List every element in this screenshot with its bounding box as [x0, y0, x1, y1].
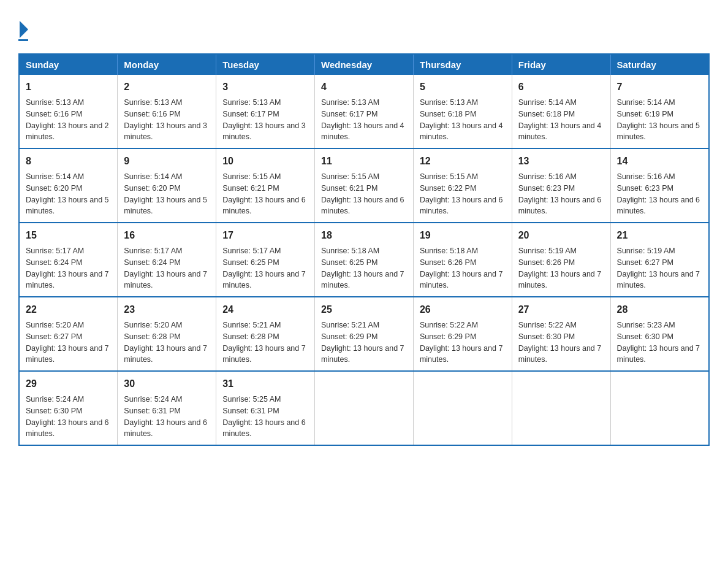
day-number: 27 — [518, 302, 604, 317]
day-info: Sunrise: 5:13 AMSunset: 6:16 PMDaylight:… — [26, 98, 109, 141]
day-info: Sunrise: 5:20 AMSunset: 6:27 PMDaylight:… — [26, 321, 109, 364]
day-cell: 3 Sunrise: 5:13 AMSunset: 6:17 PMDayligh… — [216, 75, 315, 148]
day-number: 6 — [518, 80, 604, 94]
day-cell: 14 Sunrise: 5:16 AMSunset: 6:23 PMDaylig… — [610, 148, 709, 223]
day-cell — [610, 371, 709, 445]
day-number: 15 — [26, 228, 111, 243]
day-cell: 7 Sunrise: 5:14 AMSunset: 6:19 PMDayligh… — [610, 75, 709, 148]
day-info: Sunrise: 5:14 AMSunset: 6:19 PMDaylight:… — [617, 98, 700, 141]
day-info: Sunrise: 5:22 AMSunset: 6:29 PMDaylight:… — [420, 321, 503, 364]
day-cell: 20 Sunrise: 5:19 AMSunset: 6:26 PMDaylig… — [512, 223, 610, 297]
day-info: Sunrise: 5:16 AMSunset: 6:23 PMDaylight:… — [617, 172, 700, 215]
day-cell — [315, 371, 414, 445]
day-info: Sunrise: 5:13 AMSunset: 6:18 PMDaylight:… — [420, 98, 503, 141]
day-info: Sunrise: 5:21 AMSunset: 6:29 PMDaylight:… — [321, 321, 404, 364]
day-cell: 17 Sunrise: 5:17 AMSunset: 6:25 PMDaylig… — [216, 223, 315, 297]
day-number: 21 — [617, 228, 702, 243]
day-number: 12 — [420, 154, 506, 169]
day-cell: 8 Sunrise: 5:14 AMSunset: 6:20 PMDayligh… — [19, 148, 118, 223]
day-number: 30 — [124, 377, 210, 391]
logo-triangle-icon — [20, 21, 28, 38]
day-cell: 28 Sunrise: 5:23 AMSunset: 6:30 PMDaylig… — [610, 297, 709, 371]
day-number: 17 — [222, 228, 308, 243]
day-number: 13 — [518, 154, 604, 169]
day-cell: 2 Sunrise: 5:13 AMSunset: 6:16 PMDayligh… — [118, 75, 216, 148]
day-info: Sunrise: 5:15 AMSunset: 6:21 PMDaylight:… — [222, 172, 306, 215]
day-cell: 4 Sunrise: 5:13 AMSunset: 6:17 PMDayligh… — [315, 75, 414, 148]
day-cell: 26 Sunrise: 5:22 AMSunset: 6:29 PMDaylig… — [413, 297, 512, 371]
week-row-4: 22 Sunrise: 5:20 AMSunset: 6:27 PMDaylig… — [19, 297, 709, 371]
day-info: Sunrise: 5:19 AMSunset: 6:26 PMDaylight:… — [518, 247, 602, 289]
day-info: Sunrise: 5:13 AMSunset: 6:17 PMDaylight:… — [321, 98, 404, 141]
day-info: Sunrise: 5:23 AMSunset: 6:30 PMDaylight:… — [617, 321, 700, 364]
day-cell: 15 Sunrise: 5:17 AMSunset: 6:24 PMDaylig… — [19, 223, 118, 297]
day-info: Sunrise: 5:18 AMSunset: 6:25 PMDaylight:… — [321, 247, 404, 289]
day-number: 22 — [26, 302, 111, 317]
day-header-monday: Monday — [118, 54, 216, 75]
calendar-table: SundayMondayTuesdayWednesdayThursdayFrid… — [18, 53, 710, 446]
week-row-1: 1 Sunrise: 5:13 AMSunset: 6:16 PMDayligh… — [19, 75, 709, 148]
day-number: 24 — [222, 302, 308, 317]
day-number: 14 — [617, 154, 702, 169]
day-info: Sunrise: 5:25 AMSunset: 6:31 PMDaylight:… — [222, 395, 306, 438]
day-cell: 30 Sunrise: 5:24 AMSunset: 6:31 PMDaylig… — [118, 371, 216, 445]
day-cell: 10 Sunrise: 5:15 AMSunset: 6:21 PMDaylig… — [216, 148, 315, 223]
day-number: 26 — [420, 302, 506, 317]
day-info: Sunrise: 5:15 AMSunset: 6:21 PMDaylight:… — [321, 172, 404, 215]
day-cell: 5 Sunrise: 5:13 AMSunset: 6:18 PMDayligh… — [413, 75, 512, 148]
day-number: 3 — [222, 80, 308, 94]
day-number: 5 — [420, 80, 506, 94]
day-cell: 25 Sunrise: 5:21 AMSunset: 6:29 PMDaylig… — [315, 297, 414, 371]
day-cell: 31 Sunrise: 5:25 AMSunset: 6:31 PMDaylig… — [216, 371, 315, 445]
day-header-wednesday: Wednesday — [315, 54, 414, 75]
day-number: 28 — [617, 302, 702, 317]
day-header-saturday: Saturday — [610, 54, 709, 75]
logo — [18, 18, 28, 41]
logo-underline — [18, 39, 28, 41]
day-cell: 27 Sunrise: 5:22 AMSunset: 6:30 PMDaylig… — [512, 297, 610, 371]
day-info: Sunrise: 5:21 AMSunset: 6:28 PMDaylight:… — [222, 321, 306, 364]
week-row-2: 8 Sunrise: 5:14 AMSunset: 6:20 PMDayligh… — [19, 148, 709, 223]
day-header-row: SundayMondayTuesdayWednesdayThursdayFrid… — [19, 54, 709, 75]
day-number: 9 — [124, 154, 210, 169]
day-cell: 18 Sunrise: 5:18 AMSunset: 6:25 PMDaylig… — [315, 223, 414, 297]
week-row-5: 29 Sunrise: 5:24 AMSunset: 6:30 PMDaylig… — [19, 371, 709, 445]
day-cell: 23 Sunrise: 5:20 AMSunset: 6:28 PMDaylig… — [118, 297, 216, 371]
day-number: 31 — [222, 377, 308, 391]
day-info: Sunrise: 5:22 AMSunset: 6:30 PMDaylight:… — [518, 321, 602, 364]
day-info: Sunrise: 5:13 AMSunset: 6:16 PMDaylight:… — [124, 98, 207, 141]
day-info: Sunrise: 5:17 AMSunset: 6:24 PMDaylight:… — [124, 247, 207, 289]
day-cell — [512, 371, 610, 445]
day-number: 11 — [321, 154, 407, 169]
week-row-3: 15 Sunrise: 5:17 AMSunset: 6:24 PMDaylig… — [19, 223, 709, 297]
day-cell: 11 Sunrise: 5:15 AMSunset: 6:21 PMDaylig… — [315, 148, 414, 223]
day-info: Sunrise: 5:24 AMSunset: 6:31 PMDaylight:… — [124, 395, 207, 438]
day-number: 18 — [321, 228, 407, 243]
day-info: Sunrise: 5:14 AMSunset: 6:20 PMDaylight:… — [26, 172, 109, 215]
day-cell: 12 Sunrise: 5:15 AMSunset: 6:22 PMDaylig… — [413, 148, 512, 223]
day-info: Sunrise: 5:14 AMSunset: 6:18 PMDaylight:… — [518, 98, 602, 141]
day-info: Sunrise: 5:14 AMSunset: 6:20 PMDaylight:… — [124, 172, 207, 215]
day-cell: 24 Sunrise: 5:21 AMSunset: 6:28 PMDaylig… — [216, 297, 315, 371]
day-number: 7 — [617, 80, 702, 94]
day-cell: 21 Sunrise: 5:19 AMSunset: 6:27 PMDaylig… — [610, 223, 709, 297]
day-cell: 13 Sunrise: 5:16 AMSunset: 6:23 PMDaylig… — [512, 148, 610, 223]
day-number: 10 — [222, 154, 308, 169]
day-info: Sunrise: 5:17 AMSunset: 6:25 PMDaylight:… — [222, 247, 306, 289]
day-number: 20 — [518, 228, 604, 243]
day-cell — [413, 371, 512, 445]
day-info: Sunrise: 5:16 AMSunset: 6:23 PMDaylight:… — [518, 172, 602, 215]
day-number: 2 — [124, 80, 210, 94]
day-cell: 6 Sunrise: 5:14 AMSunset: 6:18 PMDayligh… — [512, 75, 610, 148]
day-info: Sunrise: 5:19 AMSunset: 6:27 PMDaylight:… — [617, 247, 700, 289]
day-number: 16 — [124, 228, 210, 243]
day-cell: 19 Sunrise: 5:18 AMSunset: 6:26 PMDaylig… — [413, 223, 512, 297]
day-number: 23 — [124, 302, 210, 317]
day-info: Sunrise: 5:18 AMSunset: 6:26 PMDaylight:… — [420, 247, 503, 289]
day-cell: 22 Sunrise: 5:20 AMSunset: 6:27 PMDaylig… — [19, 297, 118, 371]
day-header-sunday: Sunday — [19, 54, 118, 75]
day-header-thursday: Thursday — [413, 54, 512, 75]
day-number: 8 — [26, 154, 111, 169]
day-cell: 9 Sunrise: 5:14 AMSunset: 6:20 PMDayligh… — [118, 148, 216, 223]
day-info: Sunrise: 5:20 AMSunset: 6:28 PMDaylight:… — [124, 321, 207, 364]
